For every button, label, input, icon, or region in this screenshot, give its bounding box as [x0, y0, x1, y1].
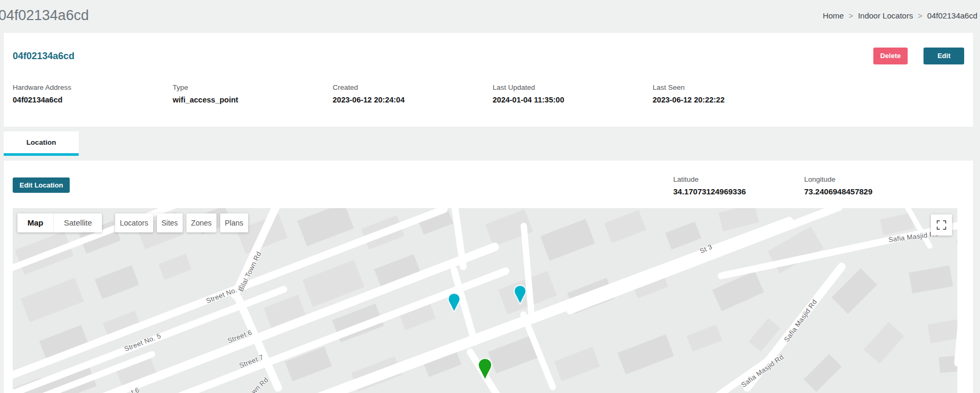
device-field: Created2023-06-12 20:24:04	[333, 83, 493, 104]
map-marker-site-pin[interactable]	[477, 358, 493, 381]
latitude-label: Latitude	[673, 175, 746, 183]
map-building	[956, 235, 957, 258]
location-card: Edit Location Latitude 34.17073124969336…	[4, 161, 973, 393]
breadcrumb-separator-icon: >	[918, 11, 922, 20]
map-building	[719, 208, 759, 231]
device-field-label: Last Updated	[493, 83, 653, 91]
delete-button[interactable]: Delete	[873, 48, 908, 64]
latitude-value: 34.17073124969336	[673, 187, 746, 196]
map-canvas[interactable]: Street No. 5Bilal Town RdStreet No. 5Str…	[13, 208, 957, 393]
map-building	[909, 266, 953, 294]
device-fields-row: Hardware Address04f02134a6cdTypewifi_acc…	[13, 83, 813, 104]
map-building	[554, 347, 600, 381]
device-field: Last Updated2024-01-04 11:35:00	[493, 83, 653, 104]
map-type-map[interactable]: Map	[17, 213, 53, 232]
map-type-control: MapSatellite	[17, 213, 102, 232]
map-marker-locator-pin[interactable]	[447, 293, 461, 313]
longitude-label: Longitude	[804, 175, 872, 183]
page-title: 04f02134a6cd	[0, 7, 89, 24]
map-building	[665, 221, 701, 249]
device-field-label: Last Seen	[653, 83, 813, 91]
tab-location[interactable]: Location	[4, 132, 79, 156]
breadcrumb-item: 04f02134a6cd	[927, 11, 977, 20]
device-field: Hardware Address04f02134a6cd	[13, 83, 173, 104]
device-field-value: 04f02134a6cd	[13, 96, 173, 104]
device-field: Typewifi_access_point	[173, 83, 333, 104]
longitude-field: Longitude 73.2406948457829	[804, 175, 872, 196]
breadcrumb: Home>Indoor Locators>04f02134a6cd	[823, 11, 977, 20]
fullscreen-button[interactable]	[931, 214, 952, 236]
latitude-field: Latitude 34.17073124969336	[673, 175, 746, 196]
map-type-satellite[interactable]: Satellite	[53, 213, 102, 232]
map-building	[686, 324, 722, 351]
device-field-label: Hardware Address	[13, 83, 173, 91]
device-card-actions: Delete Edit	[873, 48, 964, 64]
device-field-value: 2024-01-04 11:35:00	[493, 96, 653, 104]
device-field-value: 2023-06-12 20:24:04	[333, 96, 493, 104]
fullscreen-icon	[937, 220, 946, 230]
map-building	[540, 219, 595, 261]
map-building	[604, 210, 646, 243]
device-field-label: Created	[333, 83, 493, 91]
device-summary-card: 04f02134a6cd Delete Edit Hardware Addres…	[4, 33, 973, 127]
device-field-label: Type	[173, 83, 333, 91]
breadcrumb-separator-icon: >	[849, 11, 853, 20]
edit-button[interactable]: Edit	[924, 48, 964, 64]
breadcrumb-item[interactable]: Indoor Locators	[858, 11, 913, 20]
map-building	[21, 278, 84, 322]
map-building	[804, 354, 842, 392]
map-building	[297, 208, 354, 246]
device-card-title: 04f02134a6cd	[13, 51, 74, 62]
device-card-header: 04f02134a6cd Delete Edit	[13, 48, 964, 64]
map-marker-locator-pin[interactable]	[513, 285, 527, 305]
street-label: Safia Masjid Rd	[783, 298, 818, 343]
map-layer-buttons: LocatorsSitesZonesPlans	[115, 213, 248, 232]
map-road	[954, 229, 957, 367]
device-field: Last Seen2023-06-12 20:22:22	[653, 83, 813, 104]
layer-button-sites[interactable]: Sites	[157, 213, 183, 232]
top-bar: 04f02134a6cd Home>Indoor Locators>04f021…	[0, 0, 980, 31]
layer-button-locators[interactable]: Locators	[115, 213, 153, 232]
page: 04f02134a6cd Home>Indoor Locators>04f021…	[0, 0, 980, 393]
device-field-value: wifi_access_point	[173, 96, 333, 104]
street-label: Street No. 5	[123, 332, 162, 353]
breadcrumb-item[interactable]: Home	[823, 11, 844, 20]
longitude-value: 73.2406948457829	[804, 187, 872, 196]
layer-button-zones[interactable]: Zones	[186, 213, 216, 232]
map-building	[927, 319, 957, 343]
device-field-value: 2023-06-12 20:22:22	[653, 96, 813, 104]
map-building	[95, 265, 139, 299]
map-building	[864, 322, 904, 364]
layer-button-plans[interactable]: Plans	[220, 213, 248, 232]
map-building	[158, 254, 192, 280]
map-building	[617, 334, 674, 375]
street-label: wn Rd	[250, 376, 270, 393]
edit-location-button[interactable]: Edit Location	[13, 177, 70, 193]
